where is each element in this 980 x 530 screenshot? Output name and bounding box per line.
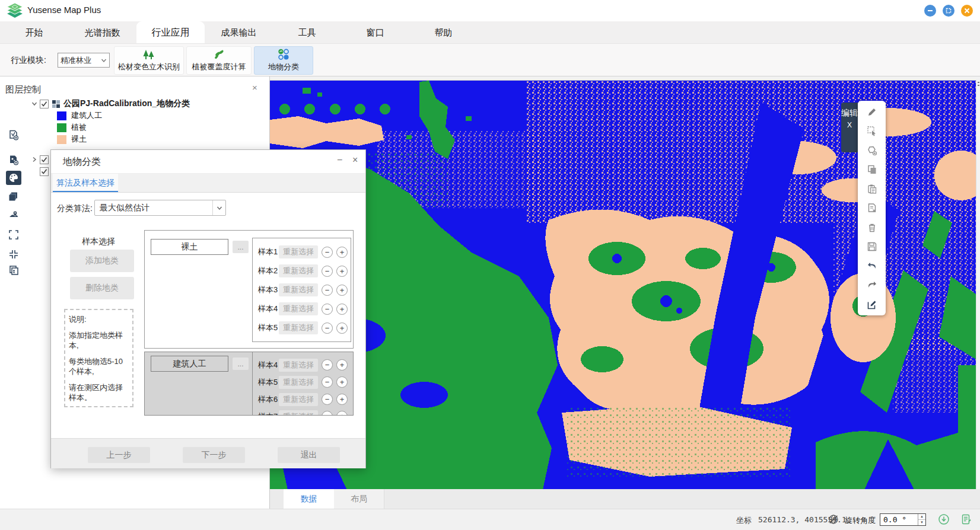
plus-button[interactable]: + bbox=[336, 304, 348, 315]
menu-item-help[interactable]: 帮助 bbox=[409, 21, 478, 43]
plus-button[interactable]: + bbox=[336, 359, 348, 371]
dialog-title-bar[interactable]: 地物分类 − × bbox=[51, 150, 365, 174]
plus-button[interactable]: + bbox=[336, 376, 348, 388]
symbology-palette-button[interactable] bbox=[6, 171, 21, 185]
redo-button[interactable] bbox=[866, 280, 877, 291]
minus-button[interactable]: − bbox=[322, 304, 333, 315]
exit-button[interactable]: 退出 bbox=[278, 447, 340, 463]
edit-attributes-button[interactable] bbox=[866, 299, 877, 310]
reselect-button[interactable]: 重新选择 bbox=[279, 410, 318, 416]
legend-swatch-bare-soil bbox=[57, 135, 66, 144]
tab-algorithm-sample[interactable]: 算法及样本选择 bbox=[53, 174, 118, 192]
dialog-title: 地物分类 bbox=[63, 156, 101, 168]
undo-button[interactable] bbox=[866, 260, 877, 272]
menu-item-start[interactable]: 开始 bbox=[0, 21, 68, 43]
reselect-button[interactable]: 重新选择 bbox=[279, 376, 318, 389]
sample-row: 样本4 重新选择 − + bbox=[253, 299, 351, 318]
tab-layout-view[interactable]: 布局 bbox=[334, 489, 384, 509]
reselect-button[interactable]: 重新选择 bbox=[279, 321, 318, 334]
minus-button[interactable]: − bbox=[322, 266, 333, 277]
draw-pencil-button[interactable] bbox=[866, 106, 877, 117]
layers-stack-button[interactable] bbox=[6, 189, 21, 203]
dialog-close-button[interactable]: × bbox=[352, 155, 358, 165]
minus-button[interactable]: − bbox=[322, 376, 333, 388]
more-button[interactable]: ... bbox=[233, 241, 249, 253]
reselect-button[interactable]: 重新选择 bbox=[279, 302, 318, 315]
add-class-button[interactable]: 添加地类 bbox=[70, 250, 134, 272]
menu-item-industry-apps[interactable]: 行业应用 bbox=[136, 21, 205, 43]
full-extent-button[interactable] bbox=[6, 228, 21, 242]
reselect-button[interactable]: 重新选择 bbox=[279, 264, 318, 277]
minimize-icon bbox=[927, 8, 933, 14]
add-polygon-button[interactable] bbox=[866, 145, 877, 156]
reselect-button[interactable]: 重新选择 bbox=[279, 393, 318, 406]
maximize-button[interactable] bbox=[943, 5, 954, 17]
leaf-icon bbox=[212, 49, 225, 60]
edit-tab-close-button[interactable]: X bbox=[841, 120, 858, 130]
paste-feature-button[interactable] bbox=[866, 183, 877, 194]
plus-button[interactable]: + bbox=[336, 394, 348, 405]
chevron-down-icon[interactable] bbox=[31, 100, 38, 107]
menu-item-tools[interactable]: 工具 bbox=[273, 21, 341, 43]
copy-feature-button[interactable] bbox=[866, 164, 877, 175]
save-edits-button[interactable] bbox=[866, 241, 877, 253]
report-log-button[interactable] bbox=[960, 513, 973, 526]
check-icon bbox=[41, 157, 47, 163]
minus-button[interactable]: − bbox=[322, 323, 333, 334]
close-button[interactable] bbox=[961, 5, 973, 17]
sample-row: 样本1 重新选择 − + bbox=[253, 242, 351, 261]
add-raster-layer-button[interactable] bbox=[6, 153, 21, 167]
tool-vegetation-coverage[interactable]: 植被覆盖度计算 bbox=[186, 46, 252, 75]
plus-button[interactable]: + bbox=[336, 266, 348, 277]
menu-item-output[interactable]: 成果输出 bbox=[205, 21, 273, 43]
layer-name[interactable]: 公园PJ-RadCalibration_地物分类 bbox=[63, 98, 190, 109]
reselect-button[interactable]: 重新选择 bbox=[279, 359, 318, 372]
menu-item-spectral-index[interactable]: 光谱指数 bbox=[68, 21, 136, 43]
previous-step-button[interactable]: 上一步 bbox=[88, 447, 150, 463]
next-step-button[interactable]: 下一步 bbox=[183, 447, 245, 463]
minus-button[interactable]: − bbox=[322, 394, 333, 405]
reselect-button[interactable]: 重新选择 bbox=[279, 283, 318, 296]
download-button[interactable] bbox=[937, 513, 950, 526]
tool-pine-wood-detection[interactable]: 松材变色立木识别 bbox=[114, 46, 184, 75]
edit-toolbar-tab[interactable]: 编辑 X bbox=[841, 103, 858, 152]
remove-class-button[interactable]: 删除地类 bbox=[70, 277, 134, 299]
more-button[interactable]: ... bbox=[233, 357, 249, 370]
tab-data-view[interactable]: 数据 bbox=[284, 489, 334, 509]
minus-button[interactable]: − bbox=[322, 411, 333, 416]
layer-checkbox[interactable] bbox=[40, 155, 49, 164]
rotation-angle-input[interactable]: 0.0 ° ▲ ▼ bbox=[880, 513, 926, 526]
plus-button[interactable]: + bbox=[336, 411, 348, 416]
layer-panel-close-button[interactable]: × bbox=[252, 82, 257, 92]
plus-button[interactable]: + bbox=[336, 247, 348, 258]
spin-down-button[interactable]: ▼ bbox=[918, 519, 925, 525]
collapse-extent-button[interactable] bbox=[6, 247, 21, 261]
classification-icon bbox=[277, 49, 290, 60]
plus-button[interactable]: + bbox=[336, 285, 348, 296]
basemap-location-button[interactable] bbox=[6, 208, 21, 222]
add-vector-layer-button[interactable] bbox=[6, 128, 21, 142]
copy-layer-button[interactable] bbox=[6, 263, 21, 277]
tool-land-classification[interactable]: 地物分类 bbox=[254, 46, 313, 75]
minus-button[interactable]: − bbox=[322, 247, 333, 258]
minimize-button[interactable] bbox=[924, 5, 936, 17]
reselect-button[interactable]: 重新选择 bbox=[279, 245, 318, 258]
algorithm-label: 分类算法: bbox=[57, 203, 93, 214]
industry-module-select[interactable]: 精准林业 bbox=[58, 53, 110, 68]
remove-feature-button[interactable] bbox=[866, 203, 877, 214]
spin-up-button[interactable]: ▲ bbox=[918, 514, 925, 519]
layer-root-row[interactable]: 公园PJ-RadCalibration_地物分类 bbox=[27, 98, 264, 110]
dialog-minimize-button[interactable]: − bbox=[337, 155, 342, 165]
class-name-box[interactable]: 裸土 bbox=[151, 239, 228, 255]
minus-button[interactable]: − bbox=[322, 359, 333, 371]
delete-trash-button[interactable] bbox=[866, 222, 877, 233]
layer-checkbox[interactable] bbox=[40, 167, 49, 176]
class-name-box[interactable]: 建筑人工 bbox=[151, 356, 228, 372]
select-feature-button[interactable] bbox=[866, 126, 877, 137]
chevron-right-icon[interactable] bbox=[31, 156, 38, 163]
menu-item-window[interactable]: 窗口 bbox=[341, 21, 409, 43]
plus-button[interactable]: + bbox=[336, 323, 348, 334]
minus-button[interactable]: − bbox=[322, 285, 333, 296]
algorithm-select[interactable]: 最大似然估计 bbox=[94, 200, 226, 216]
layer-checkbox[interactable] bbox=[40, 100, 49, 108]
